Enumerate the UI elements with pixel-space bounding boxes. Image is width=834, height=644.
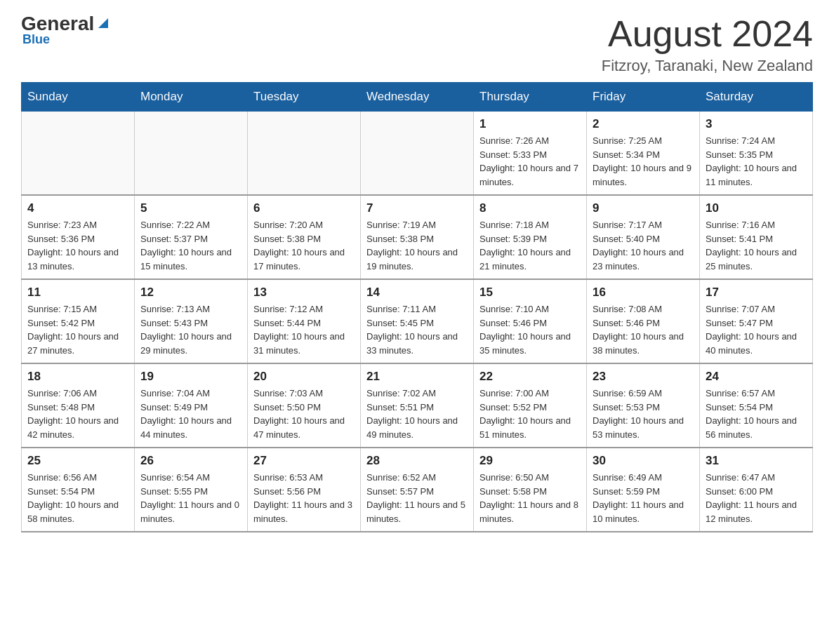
calendar-week-2: 4Sunrise: 7:23 AMSunset: 5:36 PMDaylight…	[22, 195, 813, 279]
calendar-cell: 22Sunrise: 7:00 AMSunset: 5:52 PMDayligh…	[474, 363, 587, 448]
calendar-cell: 5Sunrise: 7:22 AMSunset: 5:37 PMDaylight…	[135, 195, 248, 279]
day-info: Sunrise: 7:15 AMSunset: 5:42 PMDaylight:…	[27, 302, 128, 357]
day-number: 16	[593, 286, 694, 300]
calendar-cell: 12Sunrise: 7:13 AMSunset: 5:43 PMDayligh…	[135, 279, 248, 363]
day-info: Sunrise: 6:53 AMSunset: 5:56 PMDaylight:…	[253, 471, 355, 525]
day-number: 29	[479, 454, 581, 468]
day-info: Sunrise: 7:25 AMSunset: 5:34 PMDaylight:…	[593, 134, 694, 189]
calendar-cell: 19Sunrise: 7:04 AMSunset: 5:49 PMDayligh…	[135, 363, 248, 448]
calendar-cell: 24Sunrise: 6:57 AMSunset: 5:54 PMDayligh…	[700, 363, 813, 448]
header-sunday: Sunday	[22, 83, 135, 112]
day-info: Sunrise: 7:06 AMSunset: 5:48 PMDaylight:…	[27, 387, 128, 441]
header-friday: Friday	[587, 83, 700, 112]
day-number: 7	[366, 201, 468, 215]
day-number: 31	[706, 454, 807, 468]
calendar-week-3: 11Sunrise: 7:15 AMSunset: 5:42 PMDayligh…	[22, 279, 813, 363]
logo-blue: Blue	[21, 32, 50, 47]
calendar-week-4: 18Sunrise: 7:06 AMSunset: 5:48 PMDayligh…	[22, 363, 813, 448]
calendar-cell: 30Sunrise: 6:49 AMSunset: 5:59 PMDayligh…	[587, 448, 700, 532]
day-number: 1	[479, 117, 581, 131]
day-number: 8	[479, 201, 581, 215]
calendar-cell	[22, 112, 135, 196]
day-number: 11	[27, 286, 128, 300]
day-number: 23	[593, 370, 694, 384]
calendar-cell: 17Sunrise: 7:07 AMSunset: 5:47 PMDayligh…	[700, 279, 813, 363]
calendar-cell	[248, 112, 361, 196]
calendar-cell: 29Sunrise: 6:50 AMSunset: 5:58 PMDayligh…	[474, 448, 587, 532]
calendar-cell: 14Sunrise: 7:11 AMSunset: 5:45 PMDayligh…	[361, 279, 474, 363]
calendar-cell: 9Sunrise: 7:17 AMSunset: 5:40 PMDaylight…	[587, 195, 700, 279]
day-number: 6	[253, 201, 355, 215]
title-block: August 2024 Fitzroy, Taranaki, New Zeala…	[602, 14, 813, 75]
day-number: 12	[140, 286, 241, 300]
day-number: 30	[593, 454, 694, 468]
calendar-cell: 25Sunrise: 6:56 AMSunset: 5:54 PMDayligh…	[22, 448, 135, 532]
day-info: Sunrise: 7:02 AMSunset: 5:51 PMDaylight:…	[366, 387, 468, 441]
day-info: Sunrise: 7:19 AMSunset: 5:38 PMDaylight:…	[366, 218, 468, 273]
header-monday: Monday	[135, 83, 248, 112]
day-info: Sunrise: 6:47 AMSunset: 6:00 PMDaylight:…	[706, 471, 807, 525]
day-number: 22	[479, 370, 581, 384]
day-number: 5	[140, 201, 241, 215]
day-number: 27	[253, 454, 355, 468]
day-number: 4	[27, 201, 128, 215]
calendar-cell: 31Sunrise: 6:47 AMSunset: 6:00 PMDayligh…	[700, 448, 813, 532]
calendar-cell: 23Sunrise: 6:59 AMSunset: 5:53 PMDayligh…	[587, 363, 700, 448]
calendar-subtitle: Fitzroy, Taranaki, New Zealand	[602, 57, 813, 75]
day-info: Sunrise: 6:59 AMSunset: 5:53 PMDaylight:…	[593, 387, 694, 441]
day-number: 15	[479, 286, 581, 300]
day-info: Sunrise: 7:16 AMSunset: 5:41 PMDaylight:…	[706, 218, 807, 273]
day-info: Sunrise: 6:54 AMSunset: 5:55 PMDaylight:…	[140, 471, 241, 525]
calendar-cell: 18Sunrise: 7:06 AMSunset: 5:48 PMDayligh…	[22, 363, 135, 448]
day-number: 14	[366, 286, 468, 300]
day-info: Sunrise: 7:24 AMSunset: 5:35 PMDaylight:…	[706, 134, 807, 189]
calendar-cell: 15Sunrise: 7:10 AMSunset: 5:46 PMDayligh…	[474, 279, 587, 363]
calendar-cell: 7Sunrise: 7:19 AMSunset: 5:38 PMDaylight…	[361, 195, 474, 279]
logo-triangle-icon	[95, 15, 111, 31]
day-number: 10	[706, 201, 807, 215]
calendar-week-5: 25Sunrise: 6:56 AMSunset: 5:54 PMDayligh…	[22, 448, 813, 532]
svg-marker-0	[98, 18, 108, 28]
logo-brand: General	[21, 14, 94, 34]
calendar-cell: 20Sunrise: 7:03 AMSunset: 5:50 PMDayligh…	[248, 363, 361, 448]
day-number: 19	[140, 370, 241, 384]
day-info: Sunrise: 7:04 AMSunset: 5:49 PMDaylight:…	[140, 387, 241, 441]
calendar-cell: 11Sunrise: 7:15 AMSunset: 5:42 PMDayligh…	[22, 279, 135, 363]
day-info: Sunrise: 6:56 AMSunset: 5:54 PMDaylight:…	[27, 471, 128, 525]
day-info: Sunrise: 7:11 AMSunset: 5:45 PMDaylight:…	[366, 302, 468, 357]
calendar-cell: 8Sunrise: 7:18 AMSunset: 5:39 PMDaylight…	[474, 195, 587, 279]
day-info: Sunrise: 7:13 AMSunset: 5:43 PMDaylight:…	[140, 302, 241, 357]
day-number: 20	[253, 370, 355, 384]
calendar-cell: 28Sunrise: 6:52 AMSunset: 5:57 PMDayligh…	[361, 448, 474, 532]
header-thursday: Thursday	[474, 83, 587, 112]
calendar-week-1: 1Sunrise: 7:26 AMSunset: 5:33 PMDaylight…	[22, 112, 813, 196]
day-info: Sunrise: 6:52 AMSunset: 5:57 PMDaylight:…	[366, 471, 468, 525]
page-header: General Blue August 2024 Fitzroy, Tarana…	[21, 14, 813, 75]
day-number: 17	[706, 286, 807, 300]
day-info: Sunrise: 7:26 AMSunset: 5:33 PMDaylight:…	[479, 134, 581, 189]
calendar-title: August 2024	[602, 14, 813, 54]
day-number: 28	[366, 454, 468, 468]
day-info: Sunrise: 7:23 AMSunset: 5:36 PMDaylight:…	[27, 218, 128, 273]
day-info: Sunrise: 7:18 AMSunset: 5:39 PMDaylight:…	[479, 218, 581, 273]
day-info: Sunrise: 7:07 AMSunset: 5:47 PMDaylight:…	[706, 302, 807, 357]
header-saturday: Saturday	[700, 83, 813, 112]
day-info: Sunrise: 7:08 AMSunset: 5:46 PMDaylight:…	[593, 302, 694, 357]
day-number: 25	[27, 454, 128, 468]
calendar-cell	[135, 112, 248, 196]
day-info: Sunrise: 6:49 AMSunset: 5:59 PMDaylight:…	[593, 471, 694, 525]
day-number: 21	[366, 370, 468, 384]
day-number: 18	[27, 370, 128, 384]
calendar-header-row: SundayMondayTuesdayWednesdayThursdayFrid…	[22, 83, 813, 112]
day-number: 26	[140, 454, 241, 468]
day-info: Sunrise: 6:57 AMSunset: 5:54 PMDaylight:…	[706, 387, 807, 441]
calendar-cell: 10Sunrise: 7:16 AMSunset: 5:41 PMDayligh…	[700, 195, 813, 279]
calendar-table: SundayMondayTuesdayWednesdayThursdayFrid…	[21, 82, 813, 532]
day-info: Sunrise: 7:03 AMSunset: 5:50 PMDaylight:…	[253, 387, 355, 441]
header-wednesday: Wednesday	[361, 83, 474, 112]
calendar-cell: 1Sunrise: 7:26 AMSunset: 5:33 PMDaylight…	[474, 112, 587, 196]
calendar-cell: 13Sunrise: 7:12 AMSunset: 5:44 PMDayligh…	[248, 279, 361, 363]
calendar-cell: 2Sunrise: 7:25 AMSunset: 5:34 PMDaylight…	[587, 112, 700, 196]
day-info: Sunrise: 7:12 AMSunset: 5:44 PMDaylight:…	[253, 302, 355, 357]
calendar-cell: 4Sunrise: 7:23 AMSunset: 5:36 PMDaylight…	[22, 195, 135, 279]
